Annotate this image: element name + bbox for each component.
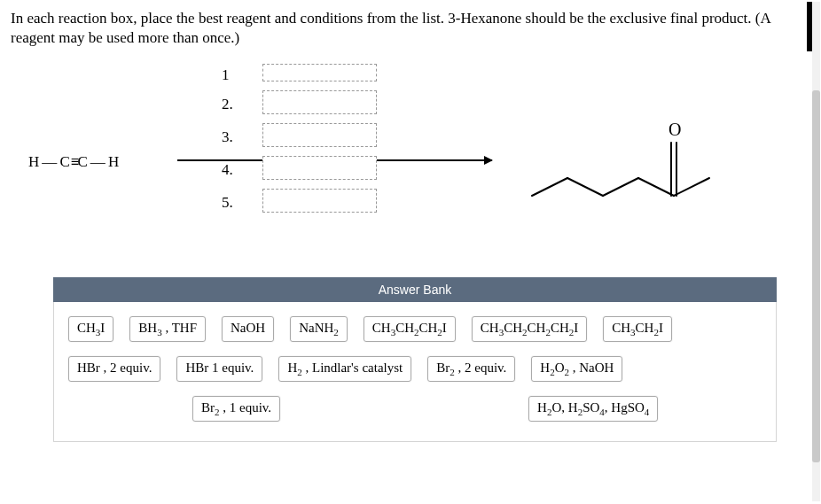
svg-line-3	[638, 178, 674, 196]
svg-line-4	[674, 178, 709, 196]
product-structure: O	[514, 109, 771, 215]
reagent-drop-column	[262, 64, 377, 221]
step-number-3: 3.	[220, 120, 233, 153]
scrollbar-thumb[interactable]	[812, 90, 820, 462]
reagent-tile-H2O_H2SO4_HgSO4[interactable]: H2O, H2SO4, HgSO4	[528, 396, 658, 422]
reagent-tile-CH3CH2I[interactable]: CH3CH2I	[603, 316, 672, 342]
reagent-drop-3[interactable]	[262, 123, 377, 147]
scrollbar-track[interactable]	[812, 2, 820, 501]
reagent-tile-H2_Lindlar[interactable]: H2 , Lindlar's catalyst	[278, 356, 411, 382]
page-cutoff-indicator	[807, 2, 812, 51]
step-number-5: 5.	[220, 186, 233, 219]
reagent-tile-NaNH2[interactable]: NaNH2	[290, 316, 348, 342]
svg-line-0	[532, 178, 567, 196]
svg-line-1	[567, 178, 603, 196]
starting-material: H — C≡C — H	[28, 153, 120, 171]
reagent-drop-1[interactable]	[262, 64, 377, 81]
step-number-column: 1 2. 3. 4. 5.	[220, 66, 233, 219]
reagent-drop-4[interactable]	[262, 156, 377, 180]
reagent-tile-NaOH[interactable]: NaOH	[222, 316, 274, 342]
instructions-text: In each reaction box, place the best rea…	[0, 0, 821, 51]
step-number-4: 4.	[220, 153, 233, 186]
step-number-1: 1	[220, 66, 233, 84]
answer-bank-header: Answer Bank	[53, 277, 777, 302]
reagent-tile-HBr_2equiv[interactable]: HBr , 2 equiv.	[68, 356, 160, 382]
step-number-2: 2.	[220, 88, 233, 120]
answer-bank-body: CH3IBH3 , THFNaOHNaNH2CH3CH2CH2ICH3CH2CH…	[53, 302, 777, 442]
svg-line-2	[603, 178, 638, 196]
reagent-drop-2[interactable]	[262, 90, 377, 114]
reagent-tile-CH3I[interactable]: CH3I	[68, 316, 113, 342]
reagent-tile-HBr_1equiv[interactable]: HBr 1 equiv.	[176, 356, 262, 382]
reagent-drop-5[interactable]	[262, 189, 377, 213]
reagent-tile-BH3_THF[interactable]: BH3 , THF	[129, 316, 206, 342]
bank-row-2: HBr , 2 equiv.HBr 1 equiv.H2 , Lindlar's…	[68, 356, 762, 382]
bank-row-1: CH3IBH3 , THFNaOHNaNH2CH3CH2CH2ICH3CH2CH…	[68, 316, 762, 342]
reagent-tile-CH3CH2CH2CH2I[interactable]: CH3CH2CH2CH2I	[472, 316, 587, 342]
svg-text:O: O	[669, 120, 681, 139]
reaction-scheme: H — C≡C — H 1 2. 3. 4. 5. O	[0, 60, 821, 260]
bank-row-3: Br2 , 1 equiv.H2O, H2SO4, HgSO4	[68, 396, 762, 422]
reagent-tile-Br2_2equiv[interactable]: Br2 , 2 equiv.	[427, 356, 515, 382]
reagent-tile-H2O2_NaOH[interactable]: H2O2 , NaOH	[531, 356, 622, 382]
reagent-tile-Br2_1equiv[interactable]: Br2 , 1 equiv.	[192, 396, 280, 422]
reagent-tile-CH3CH2CH2I[interactable]: CH3CH2CH2I	[364, 316, 456, 342]
answer-bank: Answer Bank CH3IBH3 , THFNaOHNaNH2CH3CH2…	[53, 277, 777, 442]
